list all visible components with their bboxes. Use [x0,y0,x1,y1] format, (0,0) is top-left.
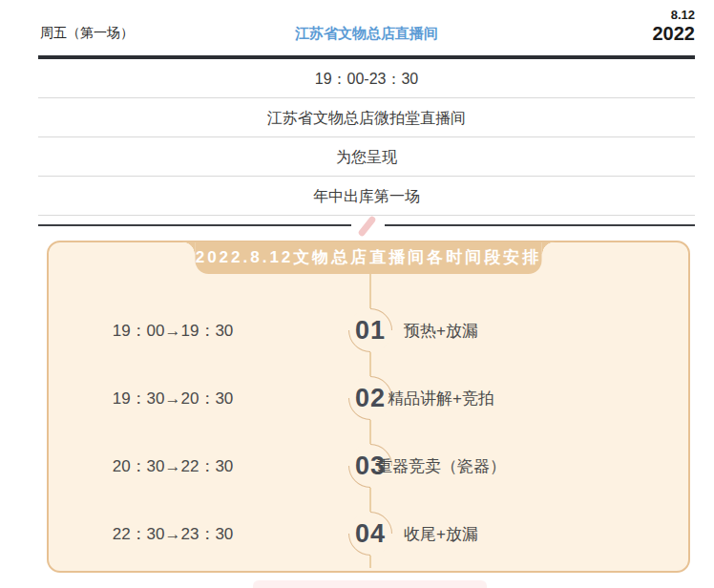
schedule-row: 19：00→19：30 01 预热+放漏 [49,296,688,364]
intro-presents: 为您呈现 [38,137,695,177]
schedule-rows: 19：00→19：30 01 预热+放漏 19：30→20：30 02 精品讲解… [49,296,688,567]
slash-accent-icon [357,215,376,237]
next-section-peek [253,580,487,588]
date-block: 8.12 2022 [653,8,696,44]
date-month-day: 8.12 [653,8,696,23]
slot-time: 19：00→19：30 [77,319,268,341]
slot-activity: 预热+放漏 [346,319,536,341]
intro-section: 19：00-23：30 江苏省文物总店微拍堂直播间 为您呈现 年中出库第一场 [38,59,695,216]
studio-title-link[interactable]: 江苏省文物总店直播间 [38,25,695,43]
schedule-row: 19：30→20：30 02 精品讲解+竞拍 [49,364,688,431]
divider-right-segment [385,224,695,226]
slot-activity: 精品讲解+竞拍 [346,387,536,409]
schedule-card: 2022.8.12文物总店直播间各时间段安排 19：00→19：30 01 预热… [47,241,690,573]
header-bar: 周五（第一场） 江苏省文物总店直播间 8.12 2022 [38,8,695,53]
date-year: 2022 [653,23,696,44]
schedule-row: 22：30→23：30 04 收尾+放漏 [49,499,688,567]
divider-left-segment [38,224,351,226]
segmented-divider [38,224,695,226]
slot-time: 19：30→20：30 [77,387,268,409]
slot-time: 20：30→22：30 [77,454,268,476]
intro-time-range: 19：00-23：30 [38,59,695,98]
slot-time: 22：30→23：30 [77,522,268,544]
intro-event-name: 年中出库第一场 [38,177,695,216]
intro-studio-name: 江苏省文物总店微拍堂直播间 [38,98,695,137]
schedule-row: 20：30→22：30 03 重器竞卖（瓷器） [49,431,688,499]
slot-activity: 收尾+放漏 [346,522,536,544]
slot-activity: 重器竞卖（瓷器） [346,454,536,476]
schedule-banner: 2022.8.12文物总店直播间各时间段安排 [196,242,542,274]
live-schedule-page: 周五（第一场） 江苏省文物总店直播间 8.12 2022 19：00-23：30… [0,0,714,588]
